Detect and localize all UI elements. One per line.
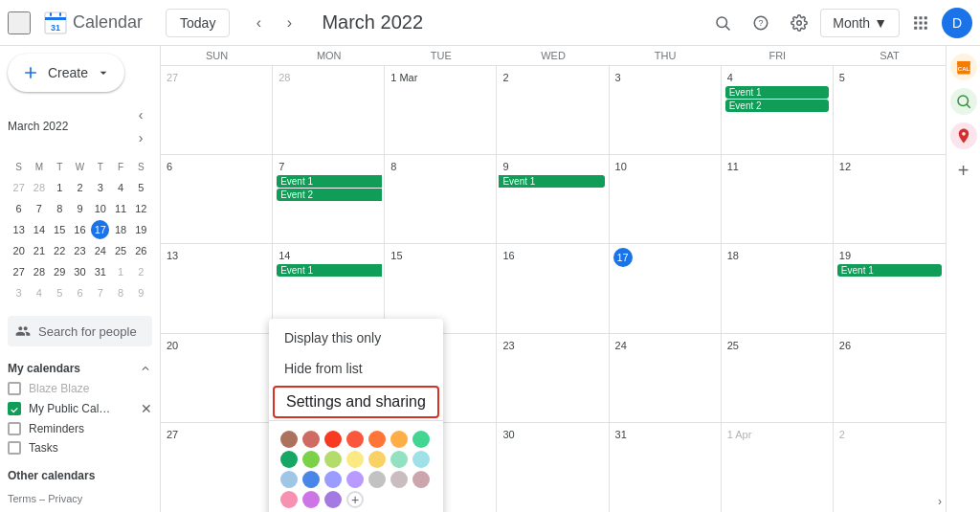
terms-link[interactable]: Terms [8, 493, 36, 504]
event-chip[interactable]: Event 1 [499, 175, 604, 188]
color-option[interactable] [302, 491, 320, 508]
color-option[interactable] [390, 471, 408, 488]
color-option[interactable] [324, 491, 342, 508]
mini-cal-date[interactable]: 30 [71, 262, 89, 281]
mini-cal-date[interactable]: 23 [71, 241, 89, 260]
add-color-button[interactable]: + [346, 491, 364, 508]
color-option[interactable] [280, 451, 298, 468]
color-option[interactable] [346, 451, 364, 468]
color-option[interactable] [302, 451, 320, 468]
mini-cal-date[interactable]: 14 [30, 220, 48, 239]
mini-prev-button[interactable]: ‹ [129, 103, 152, 126]
color-option[interactable] [280, 471, 298, 488]
mini-cal-date[interactable]: 5 [51, 283, 69, 302]
create-button[interactable]: Create [8, 54, 124, 92]
mini-cal-date[interactable]: 12 [132, 199, 150, 218]
mini-cal-date[interactable]: 5 [132, 178, 150, 197]
mini-cal-date[interactable]: 1 [51, 178, 69, 197]
search-people[interactable]: Search for people [8, 316, 152, 346]
menu-button[interactable] [8, 11, 31, 34]
calendar-item-blaze[interactable]: Blaze Blaze [8, 379, 152, 398]
mini-cal-date[interactable]: 11 [111, 199, 129, 218]
mini-cal-date[interactable]: 2 [71, 178, 89, 197]
mini-cal-date[interactable]: 20 [10, 241, 28, 260]
mini-cal-date[interactable]: 7 [91, 283, 109, 302]
calendar-checkbox-public[interactable] [8, 402, 21, 415]
mini-cal-date[interactable]: 16 [71, 220, 89, 239]
color-option[interactable] [324, 451, 342, 468]
color-option[interactable] [346, 471, 364, 488]
event-chip[interactable]: Event 1 [837, 264, 942, 277]
mini-cal-date[interactable]: 27 [10, 178, 28, 197]
right-maps-icon[interactable] [950, 122, 977, 149]
color-option[interactable] [368, 471, 386, 488]
color-option[interactable] [324, 431, 342, 448]
event-chip[interactable]: Event 2 [725, 100, 829, 112]
mini-cal-date[interactable]: 29 [51, 262, 69, 281]
mini-cal-date[interactable]: 2 [132, 262, 150, 281]
mini-cal-date[interactable]: 15 [51, 220, 69, 239]
event-chip[interactable]: Event 1 [277, 264, 382, 277]
prev-arrow[interactable]: ‹ [245, 10, 272, 36]
color-option[interactable] [368, 431, 386, 448]
mini-cal-date[interactable]: 3 [10, 283, 28, 302]
mini-cal-date[interactable]: 18 [111, 220, 129, 239]
mini-cal-date[interactable]: 7 [30, 199, 48, 218]
event-chip[interactable]: Event 1 [725, 86, 829, 99]
mini-cal-date[interactable]: 8 [111, 283, 129, 302]
mini-cal-date[interactable]: 9 [71, 199, 89, 218]
mini-cal-date[interactable]: 4 [111, 178, 129, 197]
color-option[interactable] [302, 471, 320, 488]
mini-next-button[interactable]: › [129, 126, 152, 149]
calendar-item-public[interactable]: My Public Calen... ✕ [8, 398, 152, 419]
color-option[interactable] [324, 471, 342, 488]
my-calendars-header[interactable]: My calendars [8, 358, 152, 379]
settings-sharing-item[interactable]: Settings and sharing [273, 386, 439, 418]
mini-cal-date[interactable]: 26 [132, 241, 150, 260]
calendar-checkbox-reminders[interactable] [8, 422, 21, 435]
color-option[interactable] [280, 431, 298, 448]
mini-cal-date[interactable]: 25 [111, 241, 129, 260]
mini-cal-date[interactable]: 13 [10, 220, 28, 239]
mini-cal-date[interactable]: 24 [91, 241, 109, 260]
mini-cal-date[interactable]: 28 [30, 262, 48, 281]
mini-cal-date[interactable]: 19 [132, 220, 150, 239]
apps-button[interactable] [903, 6, 938, 40]
privacy-link[interactable]: Privacy [48, 493, 82, 504]
color-option[interactable] [412, 431, 430, 448]
calendar-close-icon[interactable]: ✕ [141, 401, 152, 416]
mini-cal-date[interactable]: 10 [91, 199, 109, 218]
calendar-checkbox-tasks[interactable] [8, 441, 21, 455]
mini-cal-date[interactable]: 21 [30, 241, 48, 260]
calendar-checkbox-blaze[interactable] [8, 382, 21, 395]
search-button[interactable] [705, 6, 740, 40]
settings-button[interactable] [782, 6, 816, 40]
event-chip[interactable]: Event 1 [277, 175, 382, 188]
mini-cal-date[interactable]: 22 [51, 241, 69, 260]
color-option[interactable] [368, 451, 386, 468]
view-selector[interactable]: Month ▼ [820, 9, 900, 37]
mini-cal-date[interactable]: 6 [10, 199, 28, 218]
color-option[interactable] [390, 451, 408, 468]
event-chip[interactable]: Event 2 [277, 189, 382, 201]
color-option[interactable] [412, 471, 430, 488]
mini-cal-date[interactable]: 28 [30, 178, 48, 197]
other-calendars-header[interactable]: Other calendars [8, 465, 152, 486]
avatar[interactable]: D [942, 8, 972, 38]
mini-cal-date[interactable]: 6 [71, 283, 89, 302]
calendar-item-reminders[interactable]: Reminders [8, 419, 152, 438]
next-arrow[interactable]: › [276, 10, 302, 36]
today-button[interactable]: Today [166, 9, 230, 37]
mini-cal-date[interactable]: 8 [51, 199, 69, 218]
calendar-item-tasks[interactable]: Tasks [8, 438, 152, 457]
mini-cal-date[interactable]: 1 [111, 262, 129, 281]
color-option[interactable] [390, 431, 408, 448]
right-calendar-icon[interactable]: CAL [950, 54, 977, 80]
color-option[interactable] [412, 451, 430, 468]
scroll-right-button[interactable]: › [934, 491, 946, 512]
mini-cal-date[interactable]: 27 [10, 262, 28, 281]
color-option[interactable] [302, 431, 320, 448]
right-search-icon[interactable] [950, 88, 977, 115]
mini-cal-date[interactable]: 31 [91, 262, 109, 281]
help-button[interactable]: ? [744, 6, 778, 40]
